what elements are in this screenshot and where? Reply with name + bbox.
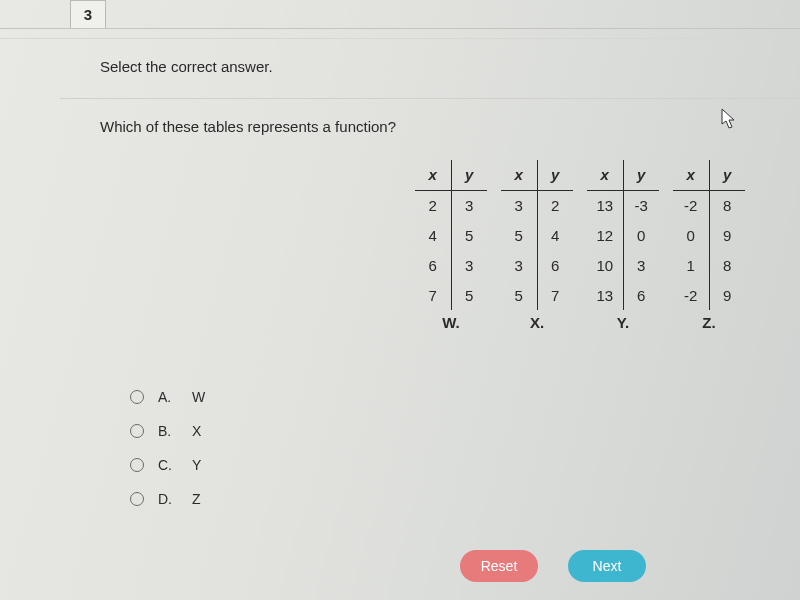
table-label: W. (442, 314, 460, 331)
col-y: y (537, 160, 573, 190)
option-letter: A. (158, 389, 178, 405)
instruction-text: Select the correct answer. (100, 58, 273, 75)
option-b[interactable]: B. X (130, 414, 212, 448)
col-y: y (709, 160, 745, 190)
table-label: X. (530, 314, 544, 331)
option-d[interactable]: D. Z (130, 482, 212, 516)
divider (0, 28, 800, 29)
col-x: x (673, 160, 709, 190)
cell: 0 (623, 220, 659, 250)
cell: 5 (501, 220, 537, 250)
cell: 1 (673, 250, 709, 280)
cell: 2 (537, 190, 573, 220)
option-a[interactable]: A. W (130, 380, 212, 414)
cursor-icon (721, 108, 737, 130)
cell: 12 (587, 220, 623, 250)
cell: 3 (501, 250, 537, 280)
cell: -2 (673, 280, 709, 310)
cell: 7 (415, 280, 451, 310)
table-y: xy 13-3 120 103 136 Y. (587, 160, 659, 331)
table-label: Y. (617, 314, 630, 331)
cell: -2 (673, 190, 709, 220)
cell: 13 (587, 280, 623, 310)
cell: 4 (537, 220, 573, 250)
next-button[interactable]: Next (568, 550, 646, 582)
radio-icon (130, 424, 144, 438)
question-tab[interactable]: 3 (70, 0, 106, 28)
table-label: Z. (702, 314, 715, 331)
option-value: Z (192, 491, 212, 507)
table-w: xy 23 45 63 75 W. (415, 160, 487, 331)
cell: 6 (537, 250, 573, 280)
cell: 0 (673, 220, 709, 250)
cell: 5 (451, 280, 487, 310)
cell: -3 (623, 190, 659, 220)
cell: 5 (501, 280, 537, 310)
table-z: xy -28 09 18 -29 Z. (673, 160, 745, 331)
cell: 8 (709, 250, 745, 280)
table-x: xy 32 54 36 57 X. (501, 160, 573, 331)
option-letter: C. (158, 457, 178, 473)
cell: 6 (415, 250, 451, 280)
option-letter: D. (158, 491, 178, 507)
reset-button[interactable]: Reset (460, 550, 538, 582)
cell: 3 (623, 250, 659, 280)
cell: 13 (587, 190, 623, 220)
cell: 9 (709, 220, 745, 250)
divider (0, 38, 800, 39)
answer-options: A. W B. X C. Y D. Z (130, 380, 212, 516)
radio-icon (130, 492, 144, 506)
option-value: Y (192, 457, 212, 473)
option-value: X (192, 423, 212, 439)
cell: 3 (451, 190, 487, 220)
col-x: x (415, 160, 451, 190)
cell: 2 (415, 190, 451, 220)
cell: 10 (587, 250, 623, 280)
cell: 6 (623, 280, 659, 310)
col-y: y (623, 160, 659, 190)
button-label: Reset (481, 558, 518, 574)
question-text: Which of these tables represents a funct… (100, 118, 396, 135)
divider (60, 98, 800, 99)
radio-icon (130, 390, 144, 404)
cell: 9 (709, 280, 745, 310)
button-label: Next (593, 558, 622, 574)
col-x: x (587, 160, 623, 190)
cell: 3 (451, 250, 487, 280)
cell: 3 (501, 190, 537, 220)
col-y: y (451, 160, 487, 190)
action-buttons: Reset Next (460, 550, 646, 582)
cell: 8 (709, 190, 745, 220)
radio-icon (130, 458, 144, 472)
question-number: 3 (84, 6, 92, 23)
option-c[interactable]: C. Y (130, 448, 212, 482)
option-letter: B. (158, 423, 178, 439)
option-value: W (192, 389, 212, 405)
col-x: x (501, 160, 537, 190)
cell: 4 (415, 220, 451, 250)
cell: 7 (537, 280, 573, 310)
tables-container: xy 23 45 63 75 W. xy 32 54 36 57 X. xy 1… (415, 160, 745, 331)
cell: 5 (451, 220, 487, 250)
